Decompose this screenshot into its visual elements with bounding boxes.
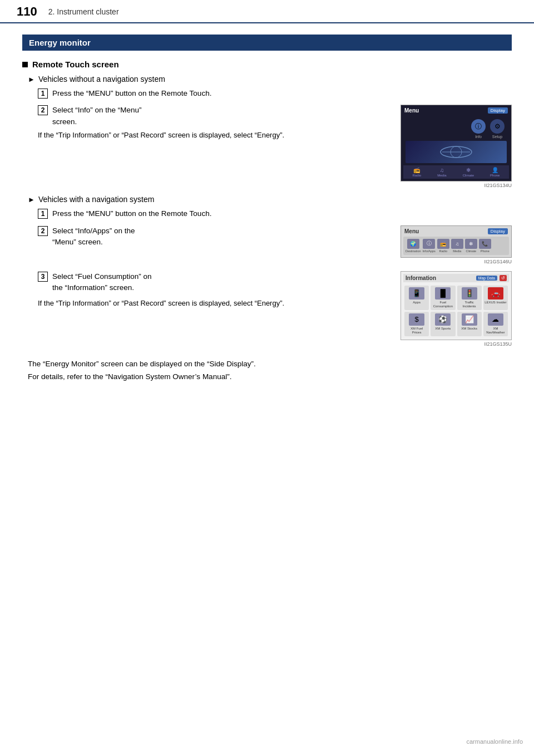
vehicles-no-nav-header: ► Vehicles without a navigation system — [28, 75, 512, 84]
step2-nav-line2: “Menu” screen. — [52, 237, 135, 248]
step2-no-nav-line1: Select “Info” on the “Menu” — [52, 105, 142, 116]
screen2-ref: II21GS146U — [400, 259, 512, 264]
nav-radio2-icon: 📻 Radio — [437, 239, 449, 253]
screen3-title-bar: Information Map Data ↺ — [403, 274, 509, 282]
subsection-label: Remote Touch screen — [32, 60, 119, 69]
vehicles-nav-header: ► Vehicles with a navigation system — [28, 195, 512, 204]
screen3-image: Information Map Data ↺ 📱 Apps █ — [400, 271, 512, 347]
screen3-icons-grid: 📱 Apps █ Fuel Consumption 🚦 Traffic Inci… — [403, 284, 509, 338]
screen2-mockup: Menu Display 🌍 Destination ⓘ Info/Apps — [400, 225, 512, 258]
step3-nav-line2: the “Information” screen. — [52, 282, 152, 293]
screen1-logo-area — [406, 141, 507, 163]
nav-climate: ❄ Climate — [463, 167, 474, 177]
apps-icon: 📱 Apps — [404, 286, 429, 310]
phone-icon: 👤 — [492, 167, 498, 173]
traffic-box: 🚦 — [462, 287, 477, 300]
step3-nav-note: If the “Trip Information” or “Past Recor… — [38, 298, 392, 310]
screen3-ref: II21GS135U — [400, 341, 512, 347]
nav-phone2-icon: 📞 Phone — [479, 239, 491, 253]
xm-fuel-label: XM Fuel Prices — [406, 327, 428, 335]
page-header: 110 2. Instrument cluster — [0, 0, 534, 23]
media-label: Media — [437, 174, 446, 177]
step2-nav-row: 2 Select “Info/Apps” on the “Menu” scree… — [38, 225, 392, 248]
step2-no-nav-num: 2 — [38, 105, 48, 115]
traffic-icon: 🚦 Traffic Incidents — [457, 286, 482, 310]
xm-sports-label: XM Sports — [435, 327, 451, 331]
step2-no-nav-left: 2 Select “Info” on the “Menu” screen. If… — [38, 105, 392, 148]
info-box: ⓘ — [423, 239, 435, 249]
screen2-title-bar: Menu Display — [403, 228, 509, 234]
xm-sports-icon: ⚽ XM Sports — [431, 312, 455, 336]
screen1-title-bar: Menu Display — [403, 107, 509, 114]
nav-media2-icon: ♫ Media — [451, 239, 463, 253]
step2-no-nav-text-block: Select “Info” on the “Menu” screen. — [52, 105, 142, 127]
step2-nav-with-image: 2 Select “Info/Apps” on the “Menu” scree… — [38, 225, 512, 264]
content-area: Energy monitor Remote Touch screen ► Veh… — [0, 23, 534, 406]
dest-label: Destination — [406, 249, 421, 253]
footer-note-line1: The “Energy Monitor” screen can be displ… — [28, 358, 512, 371]
phone2-label: Phone — [481, 249, 490, 253]
step1-no-nav-text: Press the “MENU” button on the Remote To… — [52, 88, 211, 99]
footer-note: The “Energy Monitor” screen can be displ… — [28, 358, 512, 384]
subsection-title: Remote Touch screen — [22, 60, 512, 69]
nav-climate2-icon: ❄ Climate — [465, 239, 477, 253]
step2-no-nav-row: 2 Select “Info” on the “Menu” screen. — [38, 105, 392, 127]
step3-nav-text-block: Select “Fuel Consumption” on the “Inform… — [52, 271, 152, 294]
setup-label: Setup — [492, 135, 502, 139]
nav-media: ♫ Media — [437, 167, 446, 177]
step1-no-nav-row: 1 Press the “MENU” button on the Remote … — [38, 88, 512, 99]
xm-sports-box: ⚽ — [435, 313, 451, 326]
step2-no-nav-with-image: 2 Select “Info” on the “Menu” screen. If… — [38, 105, 512, 188]
info-label: Info — [475, 135, 482, 139]
step3-nav-row: 3 Select “Fuel Consumption” on the “Info… — [38, 271, 392, 294]
step2-nav-num: 2 — [38, 226, 48, 236]
fuel-consumption-icon: █ Fuel Consumption — [431, 286, 455, 310]
screen1-ref: II21GS134U — [400, 183, 512, 188]
step2-nav-line1: Select “Info/Apps” on the — [52, 225, 135, 237]
step2-no-nav-note: If the “Trip Information” or “Past Recor… — [38, 130, 392, 141]
map-data-btn: Map Data — [476, 276, 497, 281]
step1-no-nav-num: 1 — [38, 89, 48, 99]
lexus-label: LEXUS Insider — [484, 301, 506, 305]
screen2-btn: Display — [488, 228, 508, 234]
screen2-image: Menu Display 🌍 Destination ⓘ Info/Apps — [400, 225, 512, 264]
climate-icon: ❄ — [466, 167, 471, 173]
nav-radio: 📻 Radio — [413, 167, 422, 177]
section-title: Energy monitor — [29, 38, 91, 47]
screen1-info-icon: ⓘ Info — [471, 119, 486, 139]
screen3-mockup: Information Map Data ↺ 📱 Apps █ — [400, 271, 512, 341]
climate2-box: ❄ — [465, 239, 477, 249]
climate2-label: Climate — [466, 249, 476, 253]
step1-nav-row: 1 Press the “MENU” button on the Remote … — [38, 208, 512, 219]
media2-label: Media — [453, 249, 461, 253]
nav-dest-icon: 🌍 Destination — [406, 239, 421, 253]
screen1-bottom-nav: 📻 Radio ♫ Media ❄ Climate 👤 — [403, 165, 509, 179]
screen1-btn: Display — [488, 107, 508, 114]
step2-nav-text-block: Select “Info/Apps” on the “Menu” screen. — [52, 225, 135, 248]
arrow-icon-2: ► — [28, 195, 35, 204]
radio2-box: 📻 — [437, 239, 449, 249]
navweather-label: XM NavWeather — [484, 327, 507, 335]
step1-no-nav: 1 Press the “MENU” button on the Remote … — [38, 88, 512, 99]
radio-icon: 📻 — [413, 167, 420, 173]
nav-phone: 👤 Phone — [490, 167, 500, 177]
xm-stocks-icon: 📈 XM Stocks — [457, 312, 482, 336]
chapter-title: 2. Instrument cluster — [48, 7, 119, 16]
screen1-top-icons: ⓘ Info ⚙ Setup — [403, 116, 509, 141]
arrow-icon: ► — [28, 75, 35, 84]
step3-nav-line1: Select “Fuel Consumption” on — [52, 271, 152, 282]
step3-nav-with-image: 3 Select “Fuel Consumption” on the “Info… — [38, 271, 512, 347]
step2-no-nav-line2: screen. — [52, 116, 142, 127]
step1-nav: 1 Press the “MENU” button on the Remote … — [38, 208, 512, 219]
vehicles-no-nav-label: Vehicles without a navigation system — [38, 75, 165, 84]
fuel-box: █ — [435, 287, 451, 300]
navweather-box: ☁ — [488, 313, 503, 326]
xm-fuel-icon: $ XM Fuel Prices — [404, 312, 429, 336]
screen1-image: Menu Display ⓘ Info ⚙ Setup — [400, 105, 512, 188]
radio-label: Radio — [413, 174, 422, 177]
lexus-logo-svg — [439, 145, 473, 159]
xm-stocks-label: XM Stocks — [461, 327, 477, 331]
watermark: carmanualonline.info — [466, 738, 523, 745]
lexus-insider-icon: 🚗 LEXUS Insider — [483, 286, 508, 310]
bullet-square — [22, 62, 28, 67]
